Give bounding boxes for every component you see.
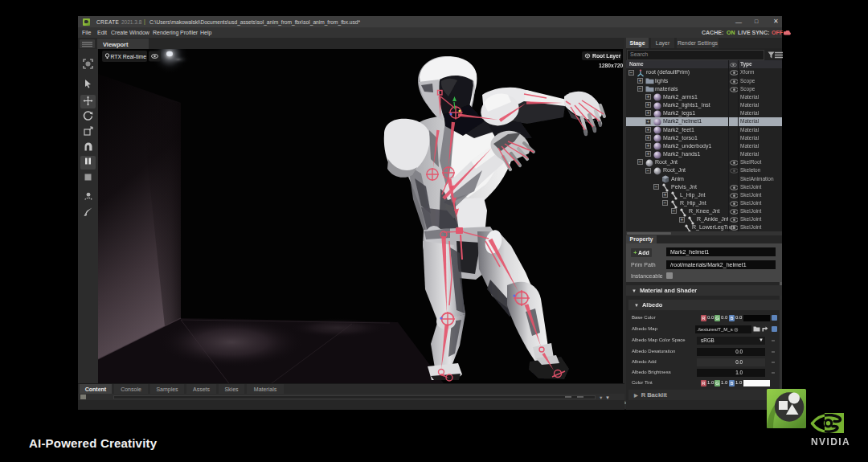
- svg-text:Root Layer: Root Layer: [592, 53, 621, 59]
- svg-text:1280x720: 1280x720: [599, 63, 623, 68]
- svg-text:RTX Real-time: RTX Real-time: [111, 54, 147, 59]
- svg-text:NVIDIA: NVIDIA: [811, 436, 850, 447]
